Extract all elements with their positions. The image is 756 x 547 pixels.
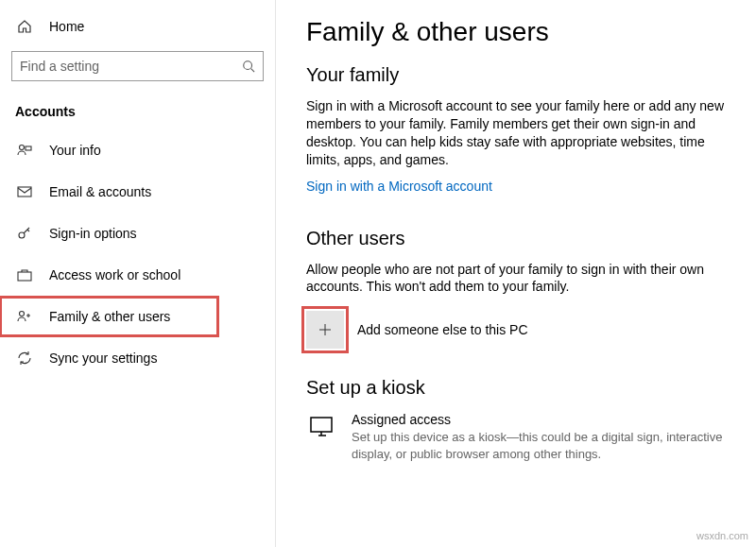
search-box[interactable] (11, 51, 264, 81)
sidebar-item-label: Sync your settings (49, 350, 157, 366)
assigned-access-item[interactable]: Assigned access Set up this device as a … (306, 412, 730, 462)
svg-rect-7 (311, 418, 332, 432)
sidebar-section-label: Accounts (0, 91, 275, 128)
svg-point-0 (244, 61, 252, 70)
other-users-body: Allow people who are not part of your fa… (306, 261, 730, 297)
other-users-heading: Other users (306, 228, 730, 249)
sidebar-item-your-info[interactable]: Your info (0, 130, 275, 170)
sidebar-item-label: Family & other users (49, 309, 170, 324)
assigned-access-desc: Set up this device as a kiosk—this could… (352, 429, 730, 462)
sidebar-item-sync-settings[interactable]: Sync your settings (0, 338, 275, 378)
assigned-access-title: Assigned access (352, 412, 730, 427)
people-plus-icon (15, 307, 34, 326)
sidebar-item-access-work-school[interactable]: Access work or school (0, 255, 275, 295)
svg-rect-3 (18, 187, 31, 197)
key-icon (15, 224, 34, 243)
sidebar-item-signin-options[interactable]: Sign-in options (0, 214, 275, 253)
page-title: Family & other users (306, 17, 730, 47)
sidebar-item-label: Access work or school (49, 267, 180, 282)
add-user-button[interactable] (306, 311, 344, 349)
add-user-row[interactable]: Add someone else to this PC (306, 311, 730, 349)
sidebar-item-label: Email & accounts (49, 184, 151, 199)
sidebar: Home Accounts Your info Email & accounts (0, 0, 276, 547)
sync-icon (15, 349, 34, 368)
search-input[interactable] (20, 59, 242, 74)
signin-microsoft-link[interactable]: Sign in with a Microsoft account (306, 179, 492, 194)
svg-rect-2 (26, 146, 31, 150)
kiosk-icon (306, 412, 338, 444)
mail-icon (15, 182, 34, 201)
briefcase-icon (15, 265, 34, 284)
person-card-icon (15, 141, 34, 160)
svg-point-1 (20, 145, 25, 150)
svg-point-6 (20, 312, 25, 316)
main-panel: Family & other users Your family Sign in… (276, 0, 756, 547)
sidebar-item-label: Sign-in options (49, 226, 137, 241)
kiosk-heading: Set up a kiosk (306, 377, 730, 399)
family-body: Sign in with a Microsoft account to see … (306, 97, 730, 169)
watermark: wsxdn.com (696, 530, 748, 541)
home-icon (15, 17, 34, 36)
sidebar-item-label: Your info (49, 143, 101, 158)
home-label: Home (49, 19, 84, 34)
sidebar-item-family-other-users[interactable]: Family & other users (0, 297, 218, 336)
family-heading: Your family (306, 64, 730, 86)
add-user-label: Add someone else to this PC (357, 322, 528, 337)
svg-rect-5 (18, 272, 31, 281)
search-icon (242, 60, 255, 73)
home-button[interactable]: Home (0, 8, 275, 45)
plus-icon (317, 321, 334, 338)
sidebar-item-email-accounts[interactable]: Email & accounts (0, 172, 275, 212)
search-wrap (0, 45, 275, 91)
